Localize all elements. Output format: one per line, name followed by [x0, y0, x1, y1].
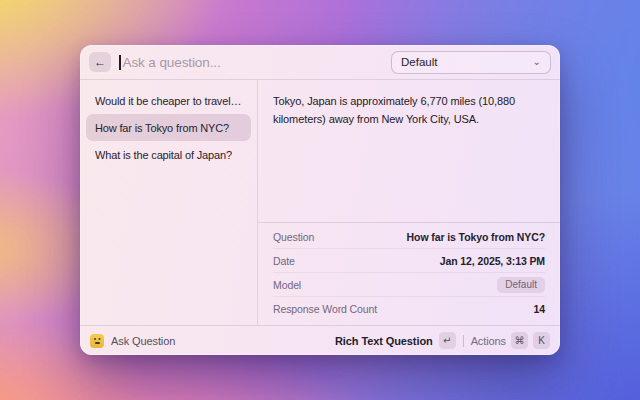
- metadata-panel: Question How far is Tokyo from NYC? Date…: [258, 222, 560, 325]
- list-item-question-1[interactable]: Would it be cheaper to travel to Euro...: [86, 87, 251, 114]
- footer-bar: Ask Question Rich Text Question ↵ Action…: [80, 325, 560, 355]
- model-badge: Default: [497, 277, 545, 293]
- chevron-down-icon: ⌄: [533, 57, 541, 67]
- metadata-row-question: Question How far is Tokyo from NYC?: [273, 225, 545, 249]
- rich-text-question-button[interactable]: Rich Text Question ↵: [335, 332, 456, 349]
- detail-panel: Tokyo, Japan is approximately 6,770 mile…: [258, 80, 560, 325]
- model-dropdown-value: Default: [401, 56, 437, 68]
- search-input[interactable]: Ask a question...: [119, 55, 383, 70]
- question-list: Would it be cheaper to travel to Euro...…: [80, 80, 258, 325]
- footer-divider: [463, 335, 464, 347]
- metadata-row-model: Model Default: [273, 273, 545, 297]
- text-cursor: [119, 55, 121, 70]
- metadata-row-word-count: Response Word Count 14: [273, 297, 545, 321]
- raycast-window: ← Ask a question... Default ⌄ Would it b…: [80, 45, 560, 355]
- return-key-icon: ↵: [439, 332, 456, 349]
- ask-question-app-icon: [90, 334, 104, 348]
- list-item-question-3[interactable]: What is the capital of Japan?: [86, 141, 251, 168]
- model-dropdown[interactable]: Default ⌄: [391, 51, 551, 74]
- footer-actions: Rich Text Question ↵ Actions ⌘ K: [335, 332, 550, 349]
- answer-text: Tokyo, Japan is approximately 6,770 mile…: [258, 80, 560, 222]
- search-placeholder: Ask a question...: [123, 55, 221, 70]
- command-name: Ask Question: [111, 335, 175, 347]
- command-key-icon: ⌘: [511, 332, 528, 349]
- list-item-question-2-selected[interactable]: How far is Tokyo from NYC?: [86, 114, 251, 141]
- header-bar: ← Ask a question... Default ⌄: [80, 45, 560, 80]
- back-arrow-icon: ←: [94, 55, 106, 69]
- k-key-icon: K: [533, 332, 550, 349]
- main-area: Would it be cheaper to travel to Euro...…: [80, 80, 560, 325]
- back-button[interactable]: ←: [89, 52, 111, 72]
- metadata-row-date: Date Jan 12, 2025, 3:13 PM: [273, 249, 545, 273]
- actions-button[interactable]: Actions ⌘ K: [471, 332, 550, 349]
- desktop-background: { "window": { "header": { "search_placeh…: [0, 0, 640, 400]
